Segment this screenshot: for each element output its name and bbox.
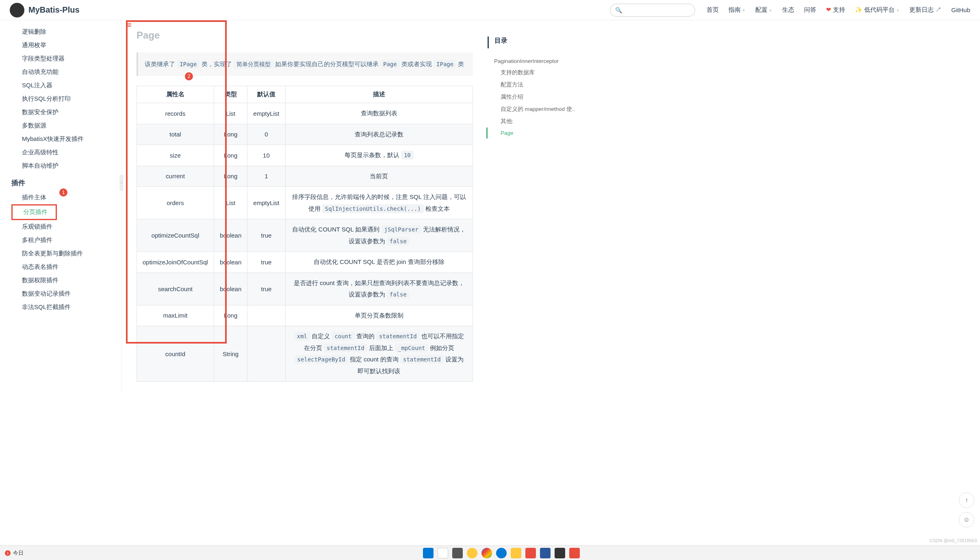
table-row: currentLong1当前页 xyxy=(137,166,473,187)
th-desc: 描述 xyxy=(285,86,473,103)
toc-item[interactable]: 自定义的 mapper#method 使.. xyxy=(488,103,576,115)
toc-item[interactable]: Page xyxy=(486,128,576,138)
nav-github[interactable]: GitHub xyxy=(951,6,970,13)
logo-area[interactable]: MyBatis-Plus xyxy=(10,3,80,17)
sidebar-item[interactable]: 自动填充功能 xyxy=(18,65,112,79)
sidebar-item[interactable]: 多租户插件 xyxy=(18,234,112,247)
logo-text: MyBatis-Plus xyxy=(28,5,80,15)
toc-item[interactable]: PaginationInnerInterceptor xyxy=(488,56,576,67)
annotation-badge-1: 1 xyxy=(59,188,67,197)
sidebar-item[interactable]: MybatisX快速开发插件 xyxy=(18,132,112,146)
sidebar-item[interactable]: 非法SQL拦截插件 xyxy=(18,301,112,314)
sidebar-item[interactable]: 数据变动记录插件 xyxy=(18,287,112,301)
toc-item[interactable]: 支持的数据库 xyxy=(488,67,576,79)
sidebar-item[interactable]: 数据安全保护 xyxy=(18,106,112,119)
toc-item[interactable]: 属性介绍 xyxy=(488,91,576,103)
nav-lowcode[interactable]: ✨ 低代码平台▼ xyxy=(855,6,900,14)
sidebar: 逻辑删除 通用枚举 字段类型处理器 自动填充功能 SQL注入器 执行SQL分析打… xyxy=(0,20,122,391)
sidebar-item[interactable]: 数据权限插件 xyxy=(18,274,112,287)
table-row: optimizeJoinOfCountSqlbooleantrue自动优化 CO… xyxy=(137,252,473,273)
table-row: maxLimitLong单页分页条数限制 xyxy=(137,305,473,326)
page-title: Page xyxy=(137,30,473,41)
nav-changelog[interactable]: 更新日志 ↗ xyxy=(909,6,941,14)
th-default: 默认值 xyxy=(247,86,285,103)
nav-guide[interactable]: 指南▼ xyxy=(728,6,746,14)
sidebar-item[interactable]: 企业高级特性 xyxy=(18,146,112,159)
sidebar-item[interactable]: 多数据源 xyxy=(18,119,112,132)
search-icon: 🔍 xyxy=(615,7,622,13)
table-row: recordsListemptyList查询数据列表 xyxy=(137,103,473,124)
sidebar-item-active[interactable]: 分页插件 xyxy=(16,206,55,218)
top-nav: 首页 指南▼ 配置▼ 生态 问答 ❤ 支持 ✨ 低代码平台▼ 更新日志 ↗ Gi… xyxy=(707,6,970,14)
chevron-down-icon: ▼ xyxy=(769,9,772,13)
code-inline: IPage xyxy=(177,60,199,69)
search-input[interactable]: 🔍 xyxy=(610,4,695,17)
table-row: optimizeCountSqlbooleantrue自动优化 COUNT SQ… xyxy=(137,219,473,252)
toc-toggle-icon[interactable]: ≡ xyxy=(127,20,132,30)
logo-icon xyxy=(10,3,24,17)
table-row: countIdStringxml 自定义 count 查询的 statement… xyxy=(137,326,473,382)
sidebar-item[interactable]: SQL注入器 xyxy=(18,79,112,92)
sidebar-item[interactable]: 脚本自动维护 xyxy=(18,159,112,173)
th-name: 属性名 xyxy=(137,86,214,103)
sidebar-item[interactable]: 通用枚举 xyxy=(18,39,112,52)
main-content: ≡ 2 ‹ Page 该类继承了 IPage 类，实现了 简单分页模型 如果你要… xyxy=(122,20,488,391)
nav-support[interactable]: ❤ 支持 xyxy=(826,6,845,14)
nav-home[interactable]: 首页 xyxy=(707,6,719,14)
sidebar-item[interactable]: 动态表名插件 xyxy=(18,260,112,274)
code-inline: Page xyxy=(380,60,400,69)
table-row: ordersListemptyList排序字段信息，允许前端传入的时候，注意 S… xyxy=(137,187,473,219)
sidebar-item[interactable]: 逻辑删除 xyxy=(18,25,112,39)
table-row: searchCountbooleantrue是否进行 count 查询，如果只想… xyxy=(137,272,473,305)
annotation-badge-2: 2 xyxy=(185,72,193,80)
sidebar-item[interactable]: 防全表更新与删除插件 xyxy=(18,247,112,260)
code-inline: 简单分页模型 xyxy=(234,60,273,69)
toc: 目录 PaginationInnerInterceptor支持的数据库配置方法属… xyxy=(488,20,581,391)
table-row: sizeLong10每页显示条数，默认 10 xyxy=(137,145,473,166)
annotation-box: 分页插件 xyxy=(11,204,57,220)
chevron-down-icon: ▼ xyxy=(742,9,746,13)
sparkle-icon: ✨ xyxy=(855,6,863,13)
sidebar-item[interactable]: 字段类型处理器 xyxy=(18,52,112,65)
th-type: 类型 xyxy=(214,86,247,103)
toc-item[interactable]: 配置方法 xyxy=(488,79,576,91)
sidebar-heading: 插件 xyxy=(11,173,112,191)
sidebar-item[interactable]: 执行SQL分析打印 xyxy=(18,92,112,106)
table-row: totalLong0查询列表总记录数 xyxy=(137,124,473,145)
chevron-down-icon: ▼ xyxy=(896,9,900,13)
heart-icon: ❤ xyxy=(826,6,831,13)
collapse-handle[interactable]: ‹ xyxy=(119,175,124,191)
toc-title: 目录 xyxy=(488,37,576,48)
header: MyBatis-Plus 🔍 首页 指南▼ 配置▼ 生态 问答 ❤ 支持 ✨ 低… xyxy=(0,0,980,20)
code-inline: IPage xyxy=(434,60,456,69)
properties-table: 属性名 类型 默认值 描述 recordsListemptyList查询数据列表… xyxy=(137,86,473,382)
toc-item[interactable]: 其他: xyxy=(488,115,576,128)
nav-config[interactable]: 配置▼ xyxy=(755,6,772,14)
external-link-icon: ↗ xyxy=(935,6,941,13)
nav-qa[interactable]: 问答 xyxy=(804,6,816,14)
sidebar-item[interactable]: 乐观锁插件 xyxy=(18,220,112,234)
nav-eco[interactable]: 生态 xyxy=(782,6,794,14)
